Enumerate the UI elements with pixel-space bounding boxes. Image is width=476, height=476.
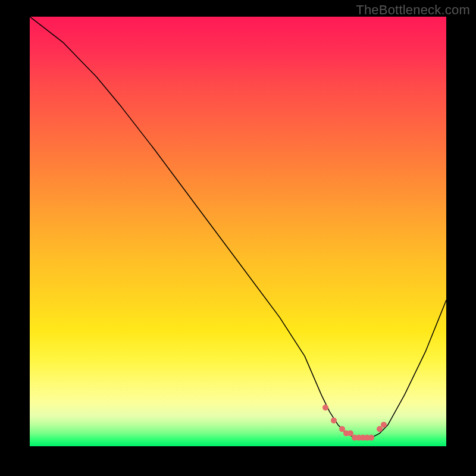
optimal-points: [322, 405, 387, 441]
optimal-point: [339, 426, 345, 432]
plot-area: [30, 17, 446, 446]
attribution-label: TheBottleneck.com: [356, 2, 470, 18]
optimal-point: [377, 426, 383, 432]
optimal-point: [322, 405, 328, 411]
optimal-point: [381, 422, 387, 428]
optimal-point: [347, 430, 353, 436]
bottleneck-curve: [30, 17, 446, 438]
optimal-point: [368, 435, 374, 441]
optimal-point: [331, 418, 337, 424]
bottleneck-curve-svg: [30, 17, 446, 446]
chart-container: TheBottleneck.com: [0, 0, 476, 476]
